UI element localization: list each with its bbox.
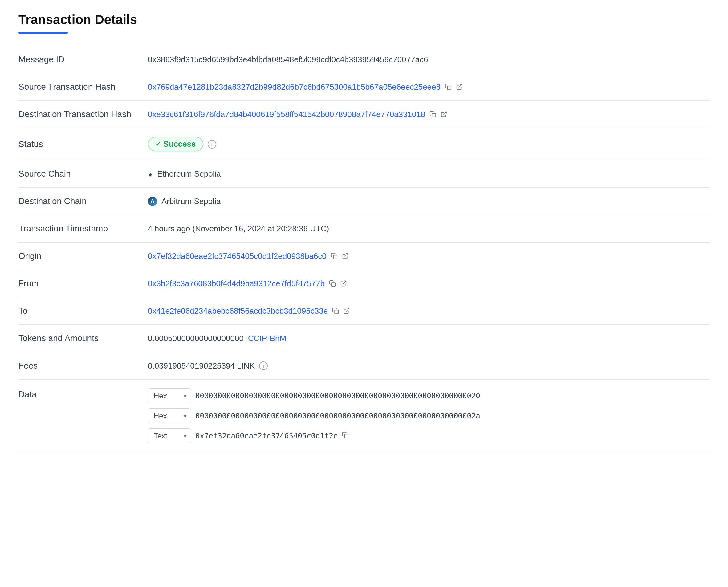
value-status: ✓ Success i — [148, 137, 709, 151]
status-text: Success — [163, 139, 196, 149]
timestamp-text: 4 hours ago (November 16, 2024 at 20:28:… — [148, 224, 329, 234]
svg-line-9 — [346, 308, 349, 311]
data-select-wrapper-2: Hex Text ▾ — [148, 408, 191, 423]
value-from: 0x3b2f3c3a76083b0f4d4d9ba9312ce7fd5f8757… — [148, 279, 709, 288]
label-source-chain: Source Chain — [19, 169, 136, 179]
svg-line-5 — [345, 254, 348, 257]
from-link[interactable]: 0x3b2f3c3a76083b0f4d4d9ba9312ce7fd5f8757… — [148, 279, 325, 288]
data-value-2: 0000000000000000000000000000000000000000… — [195, 412, 480, 420]
dest-tx-hash-link[interactable]: 0xe33c61f316f976fda7d84b400619f558ff5415… — [148, 110, 425, 119]
transaction-details-table: Message ID 0x3863f9d315c9d6599bd3e4bfbda… — [19, 46, 709, 452]
row-dest-chain: Destination Chain A Arbitrum Sepolia — [19, 188, 709, 215]
label-message-id: Message ID — [19, 54, 136, 64]
dest-tx-hash-ext-icon[interactable] — [441, 111, 447, 118]
page-title: Transaction Details — [19, 12, 709, 27]
data-row-1: Hex Text ▾ 00000000000000000000000000000… — [148, 388, 709, 403]
label-data: Data — [19, 388, 136, 443]
label-source-tx-hash: Source Transaction Hash — [19, 82, 136, 92]
data-select-3[interactable]: Hex Text — [148, 428, 191, 443]
origin-copy-icon[interactable] — [331, 253, 338, 259]
svg-line-3 — [443, 112, 446, 115]
label-dest-chain: Destination Chain — [19, 196, 136, 206]
row-dest-tx-hash: Destination Transaction Hash 0xe33c61f31… — [19, 101, 709, 128]
source-chain-text: Ethereum Sepolia — [157, 169, 221, 179]
row-message-id: Message ID 0x3863f9d315c9d6599bd3e4bfbda… — [19, 46, 709, 73]
row-source-chain: Source Chain ⬥ Ethereum Sepolia — [19, 160, 709, 188]
data-value-1: 0000000000000000000000000000000000000000… — [195, 392, 480, 400]
status-badge: ✓ Success — [148, 137, 203, 151]
status-check-icon: ✓ — [155, 140, 161, 148]
value-timestamp: 4 hours ago (November 16, 2024 at 20:28:… — [148, 224, 709, 234]
label-timestamp: Transaction Timestamp — [19, 224, 136, 234]
label-tokens: Tokens and Amounts — [19, 333, 136, 343]
from-ext-icon[interactable] — [340, 280, 347, 287]
svg-line-1 — [459, 85, 462, 88]
data-copy-icon[interactable] — [342, 432, 349, 440]
label-status: Status — [19, 139, 136, 149]
to-link[interactable]: 0x41e2fe06d234abebc68f56acdc3bcb3d1095c3… — [148, 306, 328, 316]
ccip-bnm-link[interactable]: CCIP-BnM — [248, 334, 286, 343]
value-source-chain: ⬥ Ethereum Sepolia — [148, 169, 709, 179]
value-fees: 0.039190540190225394 LINK i — [148, 361, 709, 371]
to-ext-icon[interactable] — [343, 307, 350, 314]
dest-tx-hash-copy-icon[interactable] — [429, 111, 436, 118]
fees-info-icon[interactable]: i — [259, 361, 268, 370]
value-message-id: 0x3863f9d315c9d6599bd3e4bfbda08548ef5f09… — [148, 55, 709, 64]
eth-icon: ⬥ — [148, 169, 153, 179]
dest-chain-text: Arbitrum Sepolia — [161, 196, 220, 206]
data-select-wrapper-1: Hex Text ▾ — [148, 388, 191, 403]
label-to: To — [19, 306, 136, 316]
source-tx-hash-copy-icon[interactable] — [445, 84, 452, 90]
value-dest-tx-hash: 0xe33c61f316f976fda7d84b400619f558ff5415… — [148, 110, 709, 119]
row-data: Data Hex Text ▾ 000000000000000000000000… — [19, 380, 709, 452]
source-tx-hash-link[interactable]: 0x769da47e1281b23da8327d2b99d82d6b7c6bd6… — [148, 82, 441, 92]
svg-rect-2 — [432, 113, 436, 117]
fees-text: 0.039190540190225394 LINK — [148, 361, 255, 371]
row-source-tx-hash: Source Transaction Hash 0x769da47e1281b2… — [19, 73, 709, 101]
row-to: To 0x41e2fe06d234abebc68f56acdc3bcb3d109… — [19, 297, 709, 325]
origin-link[interactable]: 0x7ef32da60eae2fc37465405c0d1f2ed0938ba6… — [148, 252, 327, 261]
svg-rect-6 — [331, 283, 335, 286]
origin-ext-icon[interactable] — [342, 253, 349, 259]
data-row-2: Hex Text ▾ 00000000000000000000000000000… — [148, 408, 709, 423]
row-origin: Origin 0x7ef32da60eae2fc37465405c0d1f2ed… — [19, 242, 709, 270]
row-timestamp: Transaction Timestamp 4 hours ago (Novem… — [19, 215, 709, 242]
arbitrum-icon: A — [148, 196, 157, 206]
to-copy-icon[interactable] — [332, 307, 339, 314]
label-origin: Origin — [19, 251, 136, 261]
label-fees: Fees — [19, 361, 136, 371]
data-select-1[interactable]: Hex Text — [148, 388, 191, 403]
svg-rect-0 — [447, 86, 451, 90]
svg-rect-4 — [333, 255, 337, 259]
value-to: 0x41e2fe06d234abebc68f56acdc3bcb3d1095c3… — [148, 306, 709, 316]
row-fees: Fees 0.039190540190225394 LINK i — [19, 352, 709, 380]
value-source-tx-hash: 0x769da47e1281b23da8327d2b99d82d6b7c6bd6… — [148, 82, 709, 92]
value-tokens: 0.00050000000000000000 CCIP-BnM — [148, 334, 709, 343]
row-tokens: Tokens and Amounts 0.0005000000000000000… — [19, 325, 709, 352]
data-rows-container: Hex Text ▾ 00000000000000000000000000000… — [148, 388, 709, 443]
svg-rect-10 — [345, 434, 348, 438]
data-value-3: 0x7ef32da60eae2fc37465405c0d1f2e — [195, 432, 338, 440]
value-dest-chain: A Arbitrum Sepolia — [148, 196, 709, 206]
source-tx-hash-ext-icon[interactable] — [456, 84, 463, 90]
status-info-icon[interactable]: i — [208, 140, 216, 148]
label-from: From — [19, 279, 136, 288]
title-underline — [19, 32, 68, 33]
svg-rect-8 — [334, 310, 338, 314]
message-id-text: 0x3863f9d315c9d6599bd3e4bfbda08548ef5f09… — [148, 55, 428, 64]
data-select-2[interactable]: Hex Text — [148, 408, 191, 423]
svg-line-7 — [343, 281, 346, 284]
value-origin: 0x7ef32da60eae2fc37465405c0d1f2ed0938ba6… — [148, 252, 709, 261]
row-status: Status ✓ Success i — [19, 128, 709, 160]
tokens-amount: 0.00050000000000000000 — [148, 334, 244, 343]
from-copy-icon[interactable] — [329, 280, 336, 287]
label-dest-tx-hash: Destination Transaction Hash — [19, 110, 136, 119]
data-select-wrapper-3: Hex Text ▾ — [148, 428, 191, 443]
row-from: From 0x3b2f3c3a76083b0f4d4d9ba9312ce7fd5… — [19, 270, 709, 297]
data-row-3: Hex Text ▾ 0x7ef32da60eae2fc37465405c0d1… — [148, 428, 709, 443]
